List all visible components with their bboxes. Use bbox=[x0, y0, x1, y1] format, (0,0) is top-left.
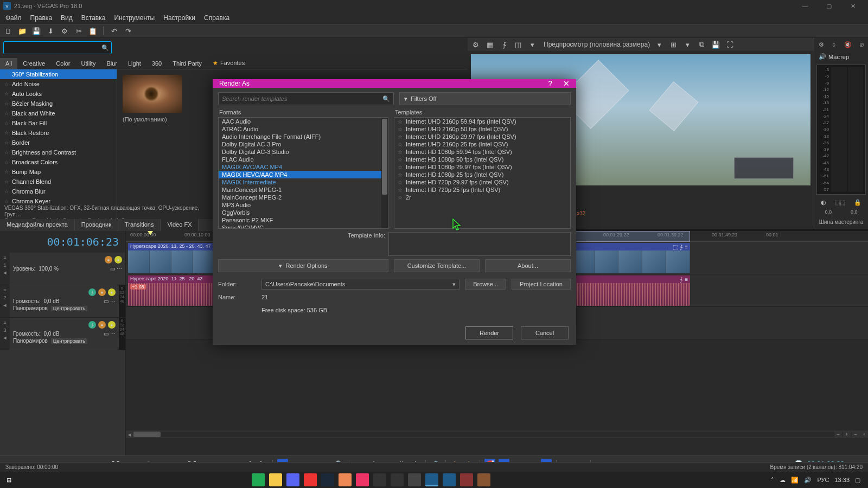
fx-list-item[interactable]: ☆Bump Map bbox=[0, 167, 117, 177]
chevron-down-icon[interactable]: ▾ bbox=[527, 40, 537, 49]
properties-icon[interactable]: ⚙ bbox=[60, 26, 69, 36]
track-header-audio-2[interactable]: ≡3◄ ∱●● Громкость:0,0 dB▭ ⋯ ПанорамировЦ… bbox=[0, 318, 125, 350]
fx-tab-all[interactable]: All bbox=[0, 58, 17, 69]
chevron-down-icon[interactable]: ▾ bbox=[682, 40, 692, 49]
undo-icon[interactable]: ↶ bbox=[109, 26, 119, 36]
zoom-out-icon[interactable]: − bbox=[834, 431, 842, 438]
preview-fullscreen-icon[interactable]: ⛶ bbox=[725, 40, 735, 49]
template-item[interactable]: ☆2r bbox=[394, 194, 570, 201]
menu-settings[interactable]: Настройки bbox=[163, 14, 195, 22]
format-item[interactable]: Panasonic P2 MXF bbox=[219, 216, 381, 224]
fx-list-item[interactable]: ☆Channel Blend bbox=[0, 177, 117, 187]
format-item[interactable]: MainConcept MPEG-2 bbox=[219, 194, 381, 201]
fx-list-item[interactable]: ☆Broadcast Colors bbox=[0, 157, 117, 167]
track-header-video-1[interactable]: ≡1◄ ●● Уровень:100,0 %▭ ⋯ bbox=[0, 253, 125, 285]
fx-list-item[interactable]: ☆360° Stabilization bbox=[0, 69, 117, 79]
tray-time[interactable]: 13:33 bbox=[834, 477, 850, 483]
clip-fx-icon[interactable]: ∱ bbox=[680, 277, 682, 282]
track-mute-icon[interactable]: ● bbox=[98, 288, 106, 296]
menu-view[interactable]: Вид bbox=[61, 14, 73, 22]
tab-project-media[interactable]: Медиафайлы проекта bbox=[0, 219, 75, 231]
fx-tab-favorites[interactable]: ★Favorites bbox=[207, 57, 250, 69]
favorite-star-icon[interactable]: ☆ bbox=[398, 149, 403, 155]
favorite-star-icon[interactable]: ☆ bbox=[398, 119, 403, 125]
fx-list-item[interactable]: ☆Border bbox=[0, 138, 117, 147]
template-item[interactable]: ☆Internet UHD 2160p 25 fps (Intel QSV) bbox=[394, 140, 570, 148]
scroll-thumb[interactable] bbox=[382, 119, 387, 195]
template-item[interactable]: ☆Internet HD 1080p 29.97 fps (Intel QSV) bbox=[394, 163, 570, 171]
scroll-left-icon[interactable]: ◂ bbox=[126, 431, 133, 438]
format-item[interactable]: MAGIX AVC/AAC MP4 bbox=[219, 163, 381, 171]
paste-icon[interactable]: 📋 bbox=[88, 26, 98, 36]
tab-explorer[interactable]: Проводник bbox=[75, 219, 118, 231]
dialog-help-icon[interactable]: ? bbox=[548, 79, 552, 88]
template-item[interactable]: ☆Internet HD 1080p 59.94 fps (Intel QSV) bbox=[394, 148, 570, 156]
preview-grid-icon[interactable]: ⊞ bbox=[668, 40, 678, 49]
favorite-star-icon[interactable]: ☆ bbox=[398, 126, 403, 132]
render-filters-button[interactable]: ▾ Filters Off bbox=[399, 92, 571, 105]
favorite-star-icon[interactable]: ☆ bbox=[398, 134, 403, 140]
fx-tab-color[interactable]: Color bbox=[50, 58, 75, 69]
favorite-star-icon[interactable]: ☆ bbox=[398, 142, 403, 147]
fx-list-item[interactable]: ☆Black Restore bbox=[0, 128, 117, 138]
fx-search[interactable]: 🔍 bbox=[3, 41, 112, 54]
render-icon[interactable]: ⬇ bbox=[46, 26, 55, 36]
template-item[interactable]: ☆Internet UHD 2160p 29.97 fps (Intel QSV… bbox=[394, 133, 570, 140]
master-gear-icon[interactable]: ⚙ bbox=[819, 41, 824, 48]
link-icon[interactable]: ⬚⬚ bbox=[834, 199, 845, 206]
fx-list-item[interactable]: ☆Brightness and Contrast bbox=[0, 147, 117, 157]
format-item[interactable]: MAGIX Intermediate bbox=[219, 178, 381, 186]
preview-settings-icon[interactable]: ⚙ bbox=[471, 40, 481, 49]
favorite-star-icon[interactable]: ☆ bbox=[398, 172, 403, 178]
taskbar-app[interactable] bbox=[477, 473, 490, 486]
fx-tab-utility[interactable]: Utility bbox=[76, 58, 101, 69]
track-fx-icon[interactable]: ∱ bbox=[88, 321, 96, 329]
favorite-star-icon[interactable]: ☆ bbox=[398, 195, 403, 201]
track-solo-icon[interactable]: ● bbox=[108, 288, 116, 296]
menu-tools[interactable]: Инструменты bbox=[114, 14, 155, 22]
taskbar-app[interactable] bbox=[443, 473, 456, 486]
maximize-button[interactable]: ▢ bbox=[817, 0, 841, 12]
tray-lang[interactable]: РУС bbox=[817, 477, 829, 483]
taskbar-app-vegas[interactable] bbox=[425, 473, 438, 486]
close-button[interactable]: ✕ bbox=[841, 0, 865, 12]
preview-save-icon[interactable]: 💾 bbox=[711, 40, 720, 49]
search-icon[interactable]: 🔍 bbox=[101, 44, 109, 52]
cut-icon[interactable]: ✂ bbox=[74, 26, 84, 36]
fx-list-item[interactable]: ☆Auto Looks bbox=[0, 89, 117, 99]
taskbar-app[interactable] bbox=[252, 473, 265, 486]
audio-clip-1[interactable]: Hyperscape 2020. 11. 25 - 20. 43 +1:08 bbox=[128, 275, 215, 306]
video-clip-2[interactable]: ⬚∱≡ bbox=[571, 243, 690, 273]
template-item[interactable]: ☆Internet HD 720p 25 fps (Intel QSV) bbox=[394, 186, 570, 194]
fx-list-item[interactable]: ☆Black Bar Fill bbox=[0, 118, 117, 128]
about-button[interactable]: About... bbox=[485, 259, 571, 272]
favorite-star-icon[interactable]: ☆ bbox=[398, 164, 403, 170]
taskbar-app[interactable] bbox=[304, 473, 317, 486]
start-button[interactable]: ⊞ bbox=[2, 473, 15, 486]
audio-clip-2[interactable]: ∱≡ bbox=[571, 275, 690, 306]
format-item[interactable]: MAGIX HEVC/AAC MP4 bbox=[219, 171, 381, 178]
tray-notifications-icon[interactable]: ▢ bbox=[855, 477, 860, 484]
preview-overlay-icon[interactable]: ▦ bbox=[485, 40, 495, 49]
master-mute-icon[interactable]: 🔇 bbox=[844, 41, 852, 48]
timeline-hscroll[interactable]: ◂ ▸ bbox=[126, 431, 861, 438]
favorite-star-icon[interactable]: ☆ bbox=[398, 179, 403, 185]
new-icon[interactable]: 🗋 bbox=[3, 26, 13, 36]
minimize-button[interactable]: ― bbox=[793, 0, 817, 12]
template-item[interactable]: ☆Internet UHD 2160p 50 fps (Intel QSV) bbox=[394, 125, 570, 133]
taskbar-app[interactable] bbox=[460, 473, 473, 486]
clip-pan-icon[interactable]: ⬚ bbox=[673, 244, 678, 250]
master-insert-icon[interactable]: ⎀ bbox=[832, 41, 836, 48]
master-sliders-icon[interactable]: ⎚ bbox=[860, 41, 864, 48]
browse-button[interactable]: Browse... bbox=[465, 279, 506, 290]
scroll-thumb[interactable] bbox=[133, 432, 161, 437]
lock-icon[interactable]: 🔒 bbox=[854, 199, 861, 206]
fx-preset-thumb[interactable] bbox=[123, 75, 182, 113]
tray-expand-icon[interactable]: ˄ bbox=[771, 477, 774, 484]
save-icon[interactable]: 💾 bbox=[31, 26, 41, 36]
render-options-expander[interactable]: ▾Render Options bbox=[218, 259, 388, 272]
clip-fx-icon[interactable]: ∱ bbox=[680, 244, 682, 250]
format-item[interactable]: Audio Interchange File Format (AIFF) bbox=[219, 133, 381, 140]
taskbar-app[interactable] bbox=[339, 473, 352, 486]
dialog-titlebar[interactable]: Render As ? ✕ bbox=[213, 79, 576, 88]
